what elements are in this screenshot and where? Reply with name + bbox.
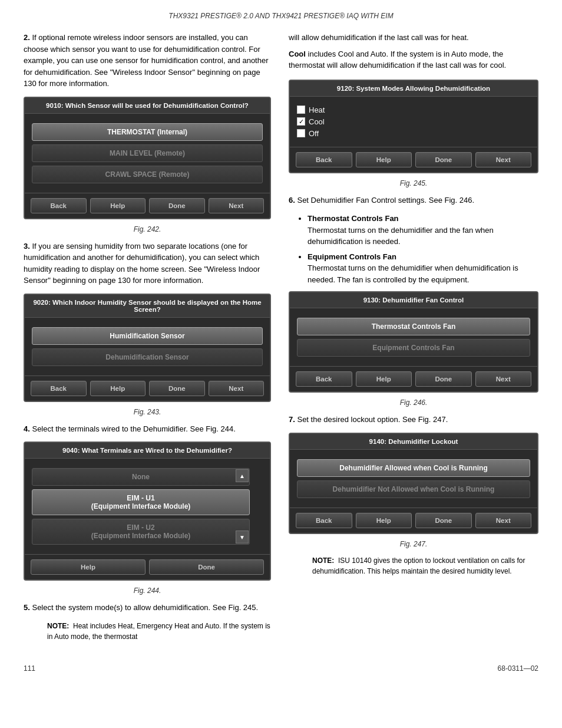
note-7-text: ISU 10140 gives the option to lockout ve… [312,556,525,575]
sensor-main-level-btn[interactable]: MAIN LEVEL (Remote) [32,144,263,162]
fig-246-back-btn[interactable]: Back [296,371,352,387]
note-5-cont: will allow dehumidification if the last … [289,32,538,44]
fig-242-back-btn[interactable]: Back [31,198,87,213]
item-2-num: 2. [24,33,30,42]
item-3-num: 3. [24,242,30,251]
dehumidification-sensor-btn[interactable]: Dehumidification Sensor [32,348,263,366]
page-footer: 111 68-0311—02 [24,664,538,673]
bullet-6-2-text: Thermostat turns on the dehumidifier whe… [308,263,518,284]
fig-244-box: 9040: What Terminals are Wired to the De… [24,442,271,581]
fig-246-title: 9130: Dehumidifier Fan Control [290,292,537,308]
eim-u2-btn[interactable]: EIM - U2 (Equipment Interface Module) [32,519,250,545]
cool-checkbox-row: ✓ Cool [297,117,530,126]
fig-246-next-btn[interactable]: Next [475,371,532,387]
item-6-text: Set Dehumidifier Fan Control settings. S… [297,196,474,205]
fig-247-nav: Back Help Done Next [290,508,537,533]
item-2-text: If optional remote wireless indoor senso… [24,33,269,88]
cool-note-text: includes Cool and Auto. If the system is… [289,50,506,70]
fig-245-title: 9120: System Modes Allowing Dehumidifica… [290,81,537,97]
bullet-6-2: Equipment Controls Fan Thermostat turns … [308,251,538,286]
cool-label: Cool [309,117,325,126]
item-4-num: 4. [24,424,30,433]
cool-note-label: Cool [289,50,306,58]
equipment-controls-fan-btn[interactable]: Equipment Controls Fan [297,339,530,357]
item-7: 7. Set the desired lockout option. See F… [289,414,538,426]
fig-244-body: None EIM - U1 (Equipment Interface Modul… [25,459,270,554]
fig-244-help-btn[interactable]: Help [31,559,146,575]
fig-247-back-btn[interactable]: Back [296,513,352,528]
none-btn[interactable]: None [32,468,250,486]
fig-246-label: Fig. 246. [289,398,538,407]
fig-243-help-btn[interactable]: Help [90,381,146,396]
fig-243-nav: Back Help Done Next [25,375,270,401]
page-number: 111 [24,664,35,673]
fig-242-body: THERMOSTAT (Internal) MAIN LEVEL (Remote… [25,114,270,193]
eim-u1-btn[interactable]: EIM - U1 (Equipment Interface Module) [32,489,250,515]
fig-246-done-btn[interactable]: Done [415,371,472,387]
item-7-text: Set the desired lockout option. See Fig.… [297,415,448,424]
humidification-sensor-btn[interactable]: Humidification Sensor [32,327,263,345]
note-5: NOTE: Heat includes Heat, Emergency Heat… [47,621,271,642]
fig-244-nav: Help Done [25,554,270,579]
fig-245-next-btn[interactable]: Next [475,152,532,167]
fig-243-next-btn[interactable]: Next [209,381,265,396]
item-5: 5. Select the system mode(s) to allow de… [24,602,271,614]
right-column: will allow dehumidification if the last … [289,32,538,647]
item-6-num: 6. [289,196,295,205]
sensor-crawl-space-btn[interactable]: CRAWL SPACE (Remote) [32,166,263,183]
heat-label: Heat [309,106,325,114]
fig-246-body: Thermostat Controls Fan Equipment Contro… [290,308,537,366]
note-5-cont-text: will allow dehumidification if the last … [289,33,469,42]
fig-246-box: 9130: Dehumidifier Fan Control Thermosta… [289,291,538,393]
dehum-not-allowed-btn[interactable]: Dehumidifier Not Allowed when Cool is Ru… [297,480,530,498]
heat-checkbox-row: Heat [297,106,530,114]
thermostat-controls-fan-btn[interactable]: Thermostat Controls Fan [297,318,530,335]
cool-checkbox[interactable]: ✓ [297,117,305,126]
fig-247-done-btn[interactable]: Done [415,513,472,528]
bullet-6-1: Thermostat Controls Fan Thermostat turns… [308,213,538,248]
fig-246-nav: Back Help Done Next [290,366,537,391]
header-title: THX9321 PRESTIGE® 2.0 AND THX9421 PRESTI… [168,12,393,20]
item-3: 3. If you are sensing humidity from two … [24,241,271,286]
scroll-up-icon[interactable]: ▲ [236,469,249,482]
dehum-allowed-btn[interactable]: Dehumidifier Allowed when Cool is Runnin… [297,459,530,477]
fig-243-done-btn[interactable]: Done [149,381,205,396]
note-5-text: Heat includes Heat, Emergency Heat and A… [47,622,270,641]
fig-243-box: 9020: Which Indoor Humidity Sensor shoul… [24,294,271,402]
note-7: NOTE: ISU 10140 gives the option to lock… [312,555,538,577]
fig-243-back-btn[interactable]: Back [31,381,87,396]
fig-247-help-btn[interactable]: Help [356,513,412,528]
off-label: Off [309,129,319,138]
fig-246-help-btn[interactable]: Help [356,371,412,387]
fig-243-label: Fig. 243. [24,408,271,416]
fig-242-done-btn[interactable]: Done [149,198,205,213]
fig-244-title: 9040: What Terminals are Wired to the De… [25,443,270,459]
item-4-text: Select the terminals wired to the Dehumi… [32,424,235,433]
item-7-num: 7. [289,415,295,424]
fig-242-next-btn[interactable]: Next [209,198,265,213]
item-2: 2. If optional remote wireless indoor se… [24,32,271,90]
fig-247-label: Fig. 247. [289,540,538,548]
fig-244-done-btn[interactable]: Done [149,559,264,575]
fig-242-help-btn[interactable]: Help [90,198,146,213]
fig-244-scroll: None EIM - U1 (Equipment Interface Modul… [32,468,250,545]
fig-245-label: Fig. 245. [289,179,538,187]
fig-247-next-btn[interactable]: Next [475,513,532,528]
fig-245-done-btn[interactable]: Done [415,152,472,167]
scroll-down-icon[interactable]: ▼ [236,531,249,543]
off-checkbox-row: Off [297,129,530,138]
heat-checkbox[interactable] [297,106,305,114]
bullet-6-1-label: Thermostat Controls Fan [308,214,399,223]
off-checkbox[interactable] [297,129,305,137]
cool-note: Cool includes Cool and Auto. If the syst… [289,48,538,71]
fig-245-box: 9120: System Modes Allowing Dehumidifica… [289,80,538,173]
bullet-6-1-text: Thermostat turns on the dehumidifier and… [308,226,494,246]
fig-245-back-btn[interactable]: Back [296,152,352,167]
sensor-thermostat-btn[interactable]: THERMOSTAT (Internal) [32,123,263,141]
fig-247-box: 9140: Dehumidifier Lockout Dehumidifier … [289,433,538,534]
fig-242-label: Fig. 242. [24,225,271,233]
fig-242-nav: Back Help Done Next [25,193,270,218]
fig-243-body: Humidification Sensor Dehumidification S… [25,318,270,375]
fig-245-help-btn[interactable]: Help [356,152,412,167]
note-5-label: NOTE: [47,622,69,630]
